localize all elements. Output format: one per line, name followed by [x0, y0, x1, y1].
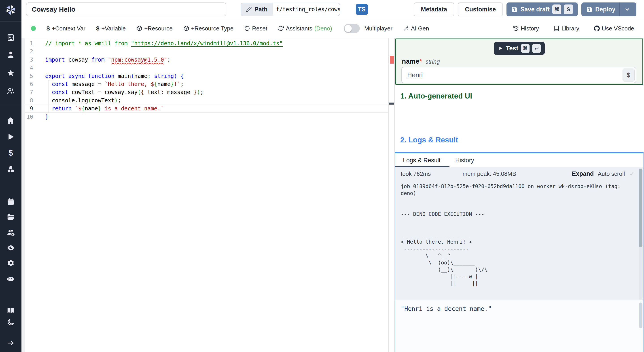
code-editor[interactable]: 1// import * as wmill from "https://deno… — [22, 38, 394, 352]
autoscroll-toggle[interactable]: Auto scroll — [598, 170, 625, 177]
expand-button[interactable]: Expand — [572, 170, 594, 177]
code-line[interactable]: 3import cowsay from "npm:cowsay@1.5.0"; — [24, 56, 388, 64]
code-line[interactable]: 7 const cowText = cowsay.say({ text: mes… — [24, 88, 388, 96]
add-variable-button[interactable]: $ +Variable — [96, 25, 126, 32]
code-line[interactable]: 8 console.log(cowText); — [24, 96, 388, 105]
assistants-button[interactable]: Assistants (Deno) — [278, 25, 332, 32]
tab-logs-result[interactable]: Logs & Result — [403, 153, 440, 167]
multiplayer-label[interactable]: Multiplayer — [364, 25, 392, 32]
package-icon — [183, 26, 189, 31]
metadata-button[interactable]: Metadata — [414, 3, 454, 16]
arg-input-wrap: $ — [402, 67, 636, 83]
assistants-label: Assistants — [286, 25, 312, 32]
check-icon[interactable]: ✓ — [630, 170, 634, 178]
ai-gen-label: AI Gen — [411, 25, 429, 32]
book-icon — [7, 306, 15, 314]
sidebar-item-audit-logs[interactable] — [0, 242, 22, 254]
history-button[interactable]: History — [513, 25, 539, 32]
line-number: 9 — [24, 105, 33, 113]
code-line[interactable]: 2 — [24, 48, 388, 56]
code-line[interactable]: 9 return `${name} is a decent name.` — [24, 105, 388, 113]
logs-panel: Logs & Result History took 762ms mem pea… — [395, 152, 644, 352]
sidebar-item-folders[interactable] — [0, 211, 22, 223]
sidebar-item-user[interactable] — [0, 48, 22, 61]
log-output: job 0189d64f-812b-525e-f020-652bd9da1100… — [395, 180, 643, 287]
result-scrollbar-thumb[interactable] — [639, 302, 642, 328]
arg-name-input[interactable] — [402, 67, 636, 83]
sidebar-item-runs[interactable] — [0, 130, 22, 143]
code-line[interactable]: 6 const message = `Hello there, ${name}!… — [24, 80, 388, 88]
sidebar-item-settings[interactable] — [0, 257, 22, 269]
line-number: 2 — [24, 48, 33, 56]
code-line[interactable]: 10} — [24, 113, 388, 121]
ai-gen-button[interactable]: AI Gen — [403, 25, 429, 32]
building-icon — [7, 34, 15, 42]
topbar: Path f/testing_roles/cowsa TS Metadata C… — [22, 0, 644, 19]
deploy-label: Deploy — [595, 6, 616, 13]
sidebar-item-workers[interactable] — [0, 272, 22, 285]
library-button[interactable]: Library — [554, 25, 579, 32]
cursor-marker — [389, 103, 394, 105]
code-line[interactable]: 5export async function main(name: string… — [24, 72, 388, 80]
path-edit[interactable]: Path — [241, 3, 272, 16]
dollar-icon: $ — [46, 25, 50, 32]
sidebar-item-favorites[interactable] — [0, 67, 22, 79]
pencil-icon — [246, 7, 252, 12]
reset-button[interactable]: Reset — [244, 25, 267, 32]
editor-toolbar: $ +Context Var $ +Variable +Resource +Re… — [22, 19, 644, 38]
overview-ruler[interactable] — [388, 38, 394, 352]
sidebar-item-groups[interactable] — [0, 226, 22, 239]
sidebar-item-docs[interactable] — [0, 304, 22, 317]
play-icon — [7, 133, 15, 141]
topbar-actions: Metadata Customise Save draft ⌘ S Deploy — [414, 3, 636, 16]
windmill-logo[interactable] — [0, 2, 22, 18]
log-controls: Expand Auto scroll ✓ — [572, 170, 638, 178]
add-resource-type-button[interactable]: +Resource Type — [183, 25, 234, 32]
history-label: History — [521, 25, 539, 32]
add-context-var-button[interactable]: $ +Context Var — [46, 25, 86, 32]
sidebar-collapse-toggle[interactable] — [0, 337, 22, 349]
multiplayer-toggle[interactable] — [344, 24, 360, 33]
return-icon — [534, 46, 539, 51]
dollar-icon: $ — [8, 148, 13, 158]
save-icon — [586, 6, 592, 13]
sidebar-item-workspace[interactable] — [0, 31, 22, 44]
library-label: Library — [562, 25, 579, 32]
cmd-keycap: ⌘ — [552, 5, 561, 14]
code-line[interactable]: 1// import * as wmill from "https://deno… — [24, 39, 388, 48]
sidebar-item-members[interactable] — [0, 85, 22, 97]
sidebar-item-variables[interactable]: $ — [0, 147, 22, 159]
run-panel: Test ⌘ name * string $ — [394, 38, 644, 352]
gear-icon — [7, 259, 15, 267]
path-button[interactable]: Path f/testing_roles/cowsa — [240, 3, 340, 16]
tab-history[interactable]: History — [455, 153, 474, 167]
s-keycap: S — [564, 5, 573, 14]
path-value[interactable]: f/testing_roles/cowsa — [272, 3, 340, 16]
use-vscode-button[interactable]: Use VScode — [594, 25, 634, 32]
var-picker-button[interactable]: $ — [622, 69, 634, 82]
sidebar-item-resources[interactable] — [0, 163, 22, 175]
arg-name: name — [402, 58, 419, 65]
error-marker — [390, 56, 394, 64]
play-icon — [498, 46, 503, 51]
save-draft-button[interactable]: Save draft ⌘ S — [506, 3, 578, 16]
log-scrollbar-thumb[interactable] — [639, 168, 642, 247]
test-button[interactable]: Test ⌘ — [494, 42, 545, 55]
customise-button[interactable]: Customise — [458, 3, 503, 16]
deploy-dropdown[interactable] — [623, 6, 632, 13]
deploy-button[interactable]: Deploy — [582, 3, 636, 16]
cmd-keycap: ⌘ — [521, 44, 530, 53]
sidebar-divider — [0, 334, 22, 334]
add-resource-button[interactable]: +Resource — [136, 25, 172, 32]
code-lines: 1// import * as wmill from "https://deno… — [24, 39, 388, 121]
wand-icon — [403, 26, 409, 31]
code-line[interactable]: 4 — [24, 64, 388, 72]
book-icon — [554, 26, 560, 31]
script-title-input[interactable] — [26, 3, 226, 16]
logs-tabs: Logs & Result History — [395, 153, 643, 167]
sidebar-item-home[interactable] — [0, 114, 22, 127]
sidebar-item-dark-mode[interactable] — [0, 316, 22, 328]
sidebar-item-schedules[interactable] — [0, 196, 22, 208]
button-separator — [620, 3, 620, 16]
add-resource-type-label: +Resource Type — [191, 25, 234, 32]
